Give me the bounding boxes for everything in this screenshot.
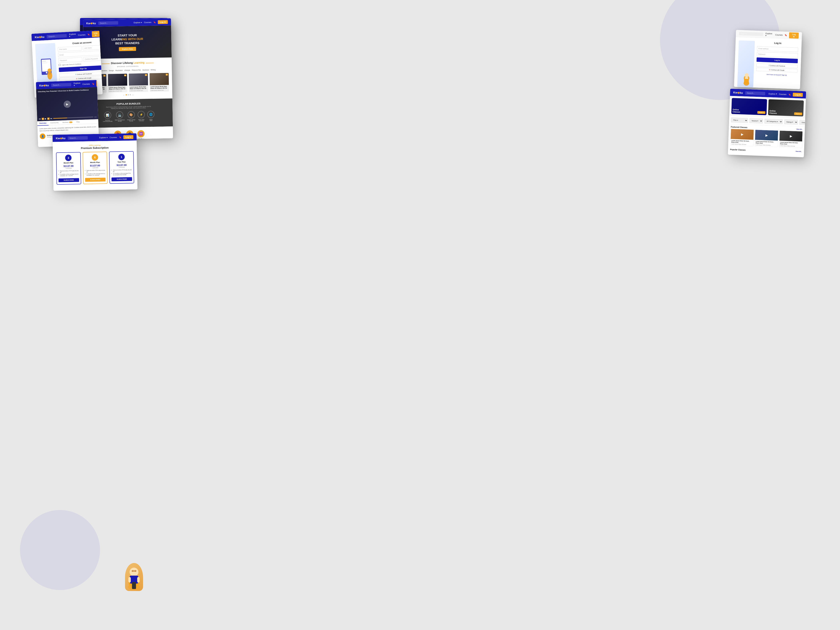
tab-overview[interactable]: Overview — [37, 121, 48, 126]
next-btn[interactable]: ⏩ — [47, 117, 50, 120]
plan-6-badge: 6 — [92, 154, 98, 161]
login-email-input[interactable] — [757, 46, 798, 52]
h-cat-writing[interactable]: Writing — [151, 69, 156, 71]
rewind-btn[interactable]: ⏮ — [39, 118, 41, 120]
search-subscription[interactable] — [68, 136, 88, 140]
instructor-avatar: 👤 — [39, 133, 46, 139]
subscribe-1year-btn[interactable]: SUBSCRIBE — [112, 177, 132, 182]
bundle-webdev[interactable]: 💻 Web DevelopmentBundle — [115, 111, 125, 122]
filter-select-3[interactable]: All Categories ▾ — [764, 119, 783, 124]
h-cat-design[interactable]: Design — [109, 69, 114, 71]
facebook-login-btn[interactable]: f Continue with Facebook — [756, 63, 797, 68]
h-cat-illustration[interactable]: Illustration — [115, 69, 123, 71]
bundle-world[interactable]: 🌐 WorldSkills — [147, 111, 155, 121]
courses-home[interactable]: Courses — [144, 21, 152, 24]
email-input[interactable] — [58, 51, 103, 57]
google-login-btn[interactable]: G Continue with Google — [756, 68, 797, 73]
h-cat-business[interactable]: Business — [143, 69, 149, 71]
h-course-card-4[interactable]: ▶ Lorem ipsum Morbi Nam Etiam sit Ullamc… — [150, 73, 169, 92]
login-password-input[interactable] — [757, 52, 798, 58]
subscribe-6month-btn[interactable]: SUBSCRIBE — [85, 178, 106, 182]
search-login[interactable] — [739, 32, 763, 36]
signup-button[interactable]: Sign Up — [59, 65, 103, 72]
confirm-password-input[interactable] — [83, 56, 103, 62]
bookmark-course[interactable]: 🔖 — [92, 83, 94, 85]
filter-select-2[interactable]: Newest ▾ — [749, 118, 763, 123]
login-courses-btn[interactable]: Log In — [793, 93, 803, 97]
bookmark-login[interactable]: 🔖 — [785, 34, 787, 36]
search-register[interactable] — [47, 34, 67, 38]
bookmark-sub[interactable]: 🔖 — [119, 136, 122, 138]
h-dot-1[interactable] — [126, 94, 127, 95]
tab-reviews[interactable]: Reviews 14 — [60, 120, 74, 125]
featured-card-2[interactable]: ▶ Lorem ipsum Dolor Sit Amet, Etiam Amet… — [755, 129, 778, 147]
login-login-btn[interactable]: Log In — [789, 32, 799, 39]
password-input[interactable] — [58, 57, 82, 63]
signup-link[interactable]: Don't have an Account? Sign Up — [767, 74, 787, 76]
skip-btn[interactable]: ⏭ — [51, 117, 52, 120]
featured-card-3[interactable]: ▶ Lorem ipsum Dolor Sit Amet, Etiam Amet… — [779, 130, 803, 148]
h-dot-3[interactable] — [129, 94, 131, 95]
h-course-card-2[interactable]: ▶ Lorem ipsum Morbi Nam Etiam sit Ullamc… — [108, 74, 128, 92]
courses-login[interactable]: Courses — [775, 33, 783, 36]
explore-login[interactable]: Explore ▾ — [766, 32, 774, 37]
filter-select-5[interactable]: Online Duration ▾ — [799, 120, 806, 125]
courses-hero: OnlineClasses Explore OnlineClasses Expl… — [729, 96, 806, 118]
h-next-arrow[interactable]: → — [132, 93, 134, 96]
bookmark-courses[interactable]: 🔖 — [788, 93, 791, 95]
search-home[interactable] — [98, 21, 118, 25]
view-all-popular[interactable]: View All... — [796, 151, 802, 153]
online-class-card-1[interactable]: OnlineClasses Explore — [731, 98, 767, 115]
h-cat-photo[interactable]: Photo & Film — [132, 69, 141, 71]
explore-register[interactable]: Explore ▾ — [69, 33, 76, 38]
subscribe-3month-btn[interactable]: SUBSCRIBE — [58, 178, 79, 182]
firstname-input[interactable] — [58, 46, 82, 52]
hero-home-cta[interactable]: Explore Now — [119, 47, 136, 51]
featured-card-2-title: Lorem ipsum Dolor Sit Amet, Etiam Amet — [756, 141, 777, 144]
login-home-btn[interactable]: Log In — [158, 20, 168, 24]
bundle-webdev-label: Web DevelopmentBundle — [115, 119, 125, 122]
video-play-btn[interactable]: ▶ — [45, 118, 46, 120]
plan-3-price-sub: / unlimited — [58, 167, 79, 169]
h-course-card-3[interactable]: ▶ Lorem ipsum Morbi Nam Etiam sit Ullamc… — [129, 73, 148, 92]
filter-select-1[interactable]: Filter ▾ All Categories — [731, 118, 748, 123]
view-all-featured[interactable]: View All... — [796, 128, 803, 130]
online-class-card-2[interactable]: OnlineClasses Explore — [768, 99, 804, 117]
lastname-input[interactable] — [83, 45, 103, 51]
tab-files[interactable]: Files — [74, 120, 82, 125]
explore-classes-btn-2[interactable]: Explore — [794, 112, 802, 115]
bookmark-home[interactable]: 🔖 — [153, 21, 156, 23]
plan-3month: 3 Month Plan $1137.00 / unlimited Save a… — [56, 152, 81, 185]
h-cat-lifestyle[interactable]: Lifestyle — [124, 69, 130, 71]
plan-1y-feature-2: 12 months or the average time to complet… — [111, 172, 132, 175]
login-sub-btn[interactable]: Log In — [123, 135, 133, 139]
plan-1y-feature-1: Save an extra 170 to pay as you go — [111, 169, 132, 172]
bundle-business[interactable]: 📊 BusinessLaunching Bundle — [103, 111, 112, 122]
plan-3-name: Month Plan — [58, 162, 79, 164]
tab-community[interactable]: Community — [48, 120, 61, 125]
bundle-graphic[interactable]: 🎨 Graphic DesignBundle — [127, 111, 136, 122]
courses-course[interactable]: Courses — [82, 83, 90, 85]
search-courses[interactable] — [745, 91, 766, 95]
courses-courses[interactable]: Courses — [779, 93, 786, 95]
bookmark-register[interactable]: 🔖 — [87, 33, 90, 36]
explore-classes-btn-1[interactable]: Explore — [757, 111, 766, 114]
h-prev-arrow[interactable]: ← — [123, 94, 125, 96]
explore-courses[interactable]: Explore ▾ — [769, 93, 777, 95]
login-register-btn[interactable]: Log In — [92, 31, 99, 37]
search-course[interactable] — [51, 83, 71, 87]
floating-person — [125, 563, 143, 591]
prev-btn[interactable]: ⏪ — [42, 118, 44, 120]
featured-card-1[interactable]: ▶ Lorem ipsum Dolor Sit Amet, Etiam Amet… — [730, 129, 754, 147]
bundle-stack[interactable]: ⚡ Stack SkillsUnlimited — [137, 111, 145, 122]
h-dot-2[interactable] — [128, 94, 129, 95]
courses-sub[interactable]: Courses — [110, 136, 117, 139]
terms-checkbox[interactable] — [58, 64, 61, 66]
explore-home[interactable]: Explore ▾ — [134, 21, 142, 24]
courses-register[interactable]: Courses — [78, 33, 85, 36]
explore-sub[interactable]: Explore ▾ — [99, 136, 107, 139]
login-submit-btn[interactable]: Log In — [756, 57, 798, 63]
explore-course[interactable]: Explore ▾ — [74, 82, 81, 87]
filter-select-4[interactable]: Ratings ▾ — [784, 119, 798, 125]
navbar-course-links: Explore ▾ Courses 🔖 Log In — [74, 81, 99, 87]
